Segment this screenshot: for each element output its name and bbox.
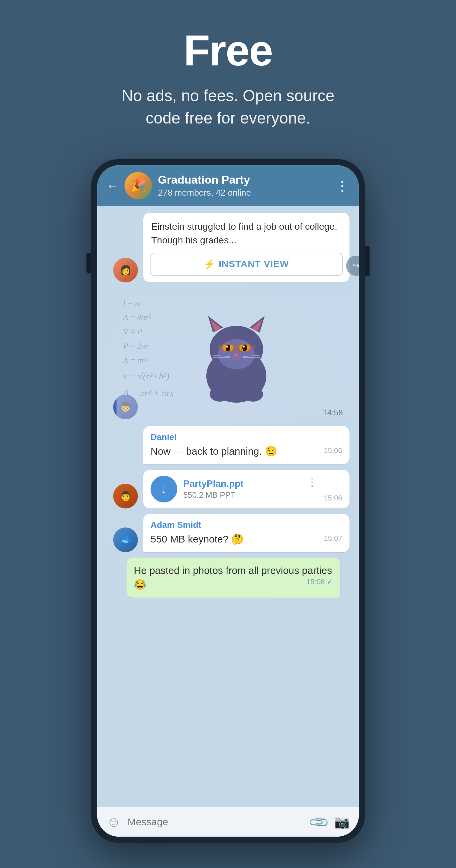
message-time-self: 15:08 ✓ (306, 578, 333, 586)
message-row-adam: 🧢 Adam Smidt 550 MB keynote? 🤔 15:07 (107, 514, 349, 552)
svg-point-24 (243, 387, 263, 402)
file-size: 550.2 MB PPT (183, 490, 301, 500)
article-text: Einstein struggled to find a job out of … (143, 213, 349, 252)
avatar-girl: 👩 (113, 258, 138, 282)
svg-point-11 (226, 345, 228, 347)
file-info: PartyPlan.ppt 550.2 MB PPT (183, 478, 301, 500)
cat-sticker (190, 303, 283, 409)
article-bubble: Einstein struggled to find a job out of … (143, 213, 349, 282)
avatar-man: 👨 (113, 484, 138, 508)
file-more-options[interactable]: ⋮ (307, 476, 318, 488)
back-button[interactable]: ← (107, 179, 119, 193)
bolt-icon: ⚡ (204, 259, 215, 270)
chat-body: 👩 Einstein struggled to find a job out o… (97, 206, 359, 807)
file-time: 15:06 (324, 494, 342, 502)
chat-header: ← 🎉 Graduation Party 278 members, 42 onl… (97, 165, 359, 206)
message-row-daniel: Daniel Now — back to planning. 😉 15:06 (107, 426, 349, 464)
hero-title: Free (184, 27, 273, 74)
message-bubble-adam: Adam Smidt 550 MB keynote? 🤔 15:07 (143, 514, 349, 552)
emoji-button[interactable]: ☺ (107, 814, 121, 830)
check-mark-icon: ✓ (327, 578, 333, 586)
phone-wrapper: ← 🎉 Graduation Party 278 members, 42 onl… (91, 159, 365, 843)
group-members: 278 members, 42 online (158, 188, 330, 198)
message-row-self: He pasted in photos from all previous pa… (107, 558, 349, 597)
instant-view-label: INSTANT VIEW (219, 259, 289, 270)
message-input[interactable] (127, 816, 304, 828)
chat-input-bar: ☺ 📎 📷 (97, 807, 359, 837)
avatar-adam: 🧢 (113, 527, 138, 552)
message-text-self: He pasted in photos from all previous pa… (134, 565, 332, 590)
phone-outer: ← 🎉 Graduation Party 278 members, 42 onl… (91, 159, 365, 843)
article-wrapper: 👩 Einstein struggled to find a job out o… (107, 213, 349, 282)
svg-point-18 (234, 353, 239, 357)
message-bubble-daniel: Daniel Now — back to planning. 😉 15:06 (143, 426, 349, 464)
phone-screen: ← 🎉 Graduation Party 278 members, 42 onl… (97, 165, 359, 837)
message-text-adam: 550 MB keynote? 🤔 (151, 533, 244, 545)
message-bubble-self: He pasted in photos from all previous pa… (126, 558, 340, 597)
message-time-daniel: 15:06 (324, 446, 342, 455)
camera-button[interactable]: 📷 (334, 814, 349, 829)
message-text-daniel: Now — back to planning. 😉 (151, 446, 277, 457)
group-avatar: 🎉 (124, 172, 152, 199)
file-name: PartyPlan.ppt (183, 478, 301, 489)
more-options-button[interactable]: ⋮ (335, 178, 349, 193)
file-bubble: ↓ PartyPlan.ppt 550.2 MB PPT ⋮ 15:06 (143, 470, 349, 508)
sticker-background: l = πr A = 4πr² V = l³ P = 2πr A = πr² s… (117, 289, 356, 423)
sticker-area: 👦 l = πr A = 4πr² V = l³ P = 2πr A = πr²… (143, 289, 349, 423)
hero-subtitle: No ads, no fees. Open source code free f… (103, 85, 353, 129)
group-name: Graduation Party (158, 173, 330, 186)
svg-point-23 (210, 387, 230, 402)
file-download-button[interactable]: ↓ (151, 476, 177, 502)
svg-point-10 (242, 344, 247, 351)
cat-sticker-svg (193, 306, 280, 406)
instant-view-button[interactable]: ⚡ INSTANT VIEW (150, 253, 343, 276)
message-sender-adam: Adam Smidt (151, 520, 342, 530)
svg-point-9 (226, 344, 230, 351)
message-row-file: 👨 ↓ PartyPlan.ppt 550.2 MB PPT ⋮ 15:06 (107, 470, 349, 508)
attach-button[interactable]: 📎 (307, 811, 331, 834)
svg-point-12 (243, 345, 245, 347)
sticker-time: 14:58 (323, 408, 343, 417)
hero-section: Free No ads, no fees. Open source code f… (0, 0, 456, 149)
group-info: Graduation Party 278 members, 42 online (158, 173, 330, 198)
message-sender-daniel: Daniel (151, 432, 342, 442)
message-time-adam: 15:07 (324, 534, 342, 543)
